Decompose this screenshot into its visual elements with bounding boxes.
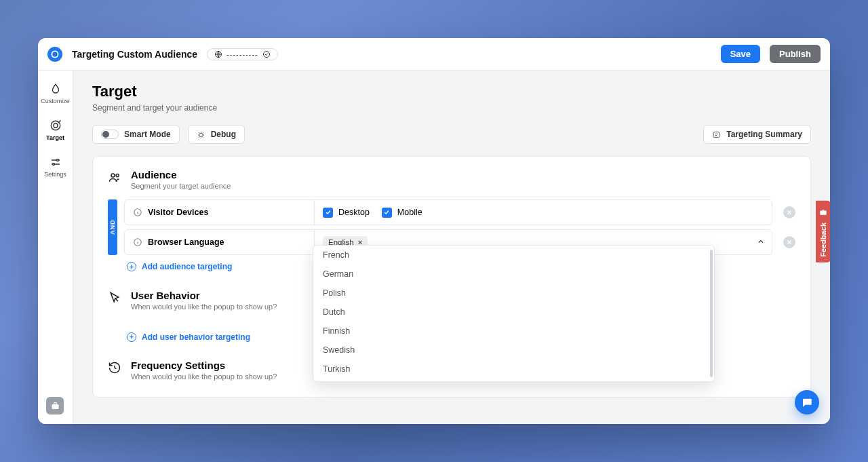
language-option[interactable]: Dutch	[313, 303, 714, 322]
rule-label: Browser Language	[148, 237, 224, 247]
targeting-summary-button[interactable]: Targeting Summary	[703, 125, 811, 144]
sidebar-item-label: Target	[46, 134, 64, 141]
content-area: Target Segment and target your audience …	[73, 71, 830, 424]
topbar: Targeting Custom Audience ---------- Sav…	[38, 38, 830, 71]
svg-point-10	[116, 174, 119, 176]
checkbox-icon	[382, 208, 392, 218]
language-option[interactable]: French	[313, 246, 714, 265]
svg-rect-13	[820, 211, 826, 215]
sidebar-item-label: Settings	[44, 171, 66, 178]
checkbox-label: Mobile	[397, 208, 422, 217]
app-logo	[47, 47, 62, 62]
debug-label: Debug	[211, 130, 236, 139]
language-option[interactable]: Polish	[313, 284, 714, 303]
debug-button[interactable]: Debug	[188, 125, 245, 144]
svg-point-7	[199, 133, 202, 136]
remove-rule-button[interactable]	[783, 236, 795, 248]
svg-rect-8	[713, 132, 719, 137]
frequency-title: Frequency Settings	[131, 360, 277, 371]
plus-circle-icon: +	[127, 262, 136, 271]
target-card: Audience Segment your target audience AN…	[92, 156, 811, 398]
audience-subtitle: Segment your target audience	[131, 182, 231, 190]
checkbox-desktop[interactable]: Desktop	[323, 208, 370, 218]
plus-circle-icon: +	[127, 332, 136, 342]
and-rail: AND	[108, 199, 117, 255]
save-button[interactable]: Save	[721, 45, 760, 63]
frequency-subtitle: When would you like the popup to show up…	[131, 372, 277, 381]
language-option[interactable]: Turkish	[313, 360, 714, 379]
svg-point-4	[54, 123, 58, 128]
section-audience-header: Audience Segment your target audience	[108, 169, 795, 190]
rule-label: Visitor Devices	[148, 208, 208, 217]
add-audience-targeting-link[interactable]: + Add audience targeting	[127, 262, 232, 271]
svg-point-0	[52, 51, 58, 57]
status-dashes: ----------	[226, 50, 258, 58]
checkbox-icon	[323, 208, 333, 218]
sidebar: Customize Target Settings	[38, 71, 73, 424]
svg-point-9	[111, 174, 115, 177]
info-icon	[133, 237, 142, 247]
smart-mode-toggle[interactable]: Smart Mode	[92, 125, 180, 144]
check-icon	[262, 50, 271, 58]
remove-rule-button[interactable]	[783, 206, 795, 218]
info-icon	[133, 208, 142, 217]
feedback-tab[interactable]: Feedback	[816, 201, 830, 263]
language-option[interactable]: Italian	[313, 379, 714, 381]
people-icon	[108, 170, 121, 184]
user-behavior-title: User Behavior	[131, 290, 277, 301]
feedback-label: Feedback	[819, 223, 827, 257]
audience-title: Audience	[131, 169, 231, 180]
chevron-up-icon	[757, 236, 765, 248]
camera-icon	[818, 208, 828, 217]
sliders-icon	[50, 156, 62, 168]
link-label: Add user behavior targeting	[142, 332, 250, 342]
sidebar-item-settings[interactable]: Settings	[38, 152, 73, 182]
page-app-title: Targeting Custom Audience	[72, 49, 197, 60]
sidebar-item-customize[interactable]: Customize	[38, 79, 73, 109]
rule-row-visitor-devices: Visitor Devices Desktop Mob	[124, 199, 795, 225]
language-dropdown[interactable]: FrenchGermanPolishDutchFinnishSwedishTur…	[313, 245, 715, 382]
svg-point-6	[52, 163, 54, 166]
user-behavior-subtitle: When would you like the popup to show up…	[131, 303, 277, 311]
briefcase-button[interactable]	[46, 397, 64, 415]
svg-point-2	[263, 51, 269, 57]
dropdown-scrollbar[interactable]	[710, 250, 713, 377]
app-window: Targeting Custom Audience ---------- Sav…	[38, 38, 830, 424]
status-pill[interactable]: ----------	[207, 48, 278, 60]
language-option[interactable]: Finnish	[313, 322, 714, 341]
language-option[interactable]: Swedish	[313, 341, 714, 360]
svg-rect-14	[52, 404, 58, 409]
svg-point-5	[56, 159, 58, 161]
checkbox-label: Desktop	[338, 208, 370, 217]
page-subtitle: Segment and target your audience	[92, 103, 811, 113]
language-option[interactable]: German	[313, 265, 714, 284]
page-title: Target	[92, 83, 811, 100]
toggle-switch-icon	[101, 130, 119, 139]
smart-mode-label: Smart Mode	[124, 130, 171, 139]
add-user-behavior-targeting-link[interactable]: + Add user behavior targeting	[127, 332, 250, 342]
targeting-summary-label: Targeting Summary	[726, 130, 802, 139]
bug-icon	[197, 130, 205, 139]
publish-button[interactable]: Publish	[770, 45, 821, 63]
globe-icon	[214, 50, 222, 58]
drop-icon	[50, 83, 62, 95]
history-icon	[108, 361, 121, 374]
chat-button[interactable]	[795, 390, 819, 415]
sidebar-item-target[interactable]: Target	[38, 115, 73, 145]
link-label: Add audience targeting	[142, 262, 232, 271]
checkbox-mobile[interactable]: Mobile	[382, 208, 422, 218]
cursor-icon	[108, 291, 121, 305]
summary-icon	[712, 130, 721, 139]
target-icon	[50, 119, 62, 132]
sidebar-item-label: Customize	[41, 98, 70, 104]
